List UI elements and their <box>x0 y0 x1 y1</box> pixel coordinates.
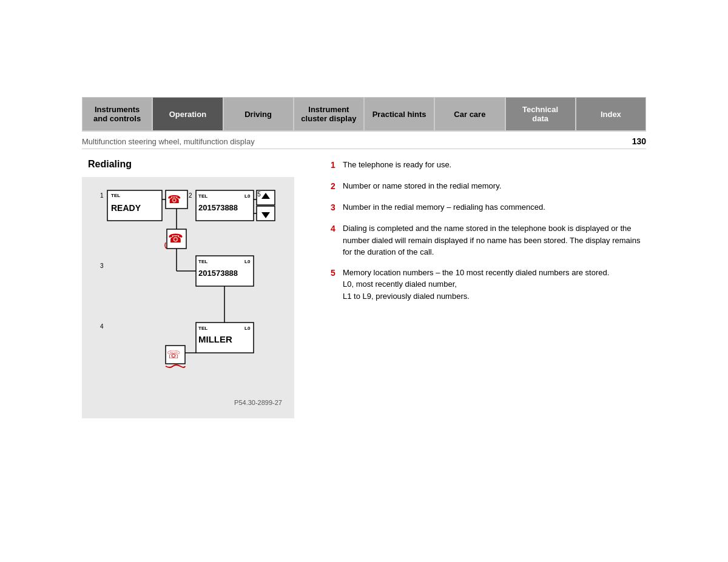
list-item-4: 4 Dialing is completed and the name stor… <box>331 222 646 258</box>
nav-item-index[interactable]: Index <box>576 97 646 131</box>
diagram-svg: 1 TEL READY ☎ 2 TEL L0 201573888 <box>94 189 282 395</box>
nav-label-index: Index <box>601 110 621 119</box>
svg-text:1: 1 <box>100 192 104 199</box>
svg-text:☎: ☎ <box>167 193 181 206</box>
nav-item-practical-hints[interactable]: Practical hints <box>364 97 434 131</box>
svg-text:3: 3 <box>100 263 104 269</box>
list-item-5: 5 Memory location numbers – the 10 most … <box>331 267 646 303</box>
svg-text:TEL: TEL <box>198 259 207 264</box>
section-title: Redialing <box>82 159 312 170</box>
svg-text:5: 5 <box>257 191 261 198</box>
page-header: Multifunction steering wheel, multifunct… <box>82 131 646 149</box>
nav-item-instruments[interactable]: Instruments and controls <box>82 97 152 131</box>
svg-text:201573888: 201573888 <box>198 203 238 212</box>
list-item-2: 2 Number or name stored in the redial me… <box>331 180 646 193</box>
svg-text:201573888: 201573888 <box>198 269 238 278</box>
list-text-1: The telephone is ready for use. <box>343 159 451 172</box>
svg-text:TEL: TEL <box>198 193 207 199</box>
content-area: Redialing 1 TEL READY ☎ 2 TEL <box>82 149 646 418</box>
list-number-2: 2 <box>331 180 343 193</box>
nav-item-operation[interactable]: Operation <box>152 97 223 131</box>
list-text-2: Number or name stored in the redial memo… <box>343 180 501 193</box>
nav-item-car-care[interactable]: Car care <box>434 97 505 131</box>
nav-label-instrument-cluster: Instrument cluster display <box>301 105 356 123</box>
list-number-5: 5 <box>331 267 343 303</box>
list-item-3: 3 Number in the redial memory – redialin… <box>331 201 646 214</box>
list-number-1: 1 <box>331 159 343 172</box>
nav-label-practical-hints: Practical hints <box>372 110 426 119</box>
navigation-bar: Instruments and controls Operation Drivi… <box>82 97 646 131</box>
svg-text:L0: L0 <box>244 259 251 264</box>
list-text-4: Dialing is completed and the name stored… <box>343 222 646 258</box>
svg-text:☎: ☎ <box>168 232 183 245</box>
nav-label-technical-data: Technical data <box>522 105 558 123</box>
svg-text:READY: READY <box>111 203 141 213</box>
nav-label-instruments: Instruments and controls <box>93 105 141 123</box>
svg-text:L0: L0 <box>244 193 251 199</box>
diagram-container: 1 TEL READY ☎ 2 TEL L0 201573888 <box>82 177 294 418</box>
svg-text:2: 2 <box>189 192 192 199</box>
svg-text:TEL: TEL <box>198 326 207 331</box>
svg-text:☏: ☏ <box>167 349 181 361</box>
list-text-3: Number in the redial memory – redialing … <box>343 201 545 214</box>
right-panel: 1 The telephone is ready for use. 2 Numb… <box>312 159 646 418</box>
page-number: 130 <box>632 136 646 146</box>
list-text-5: Memory location numbers – the 10 most re… <box>343 267 609 303</box>
content-list: 1 The telephone is ready for use. 2 Numb… <box>331 159 646 302</box>
list-item-1: 1 The telephone is ready for use. <box>331 159 646 172</box>
nav-item-instrument-cluster[interactable]: Instrument cluster display <box>294 97 364 131</box>
nav-label-operation: Operation <box>169 110 206 119</box>
svg-text:L0: L0 <box>244 326 251 331</box>
nav-label-driving: Driving <box>244 110 272 119</box>
svg-text:4: 4 <box>100 323 104 330</box>
left-panel: Redialing 1 TEL READY ☎ 2 TEL <box>82 159 312 418</box>
svg-text:TEL: TEL <box>111 193 120 198</box>
svg-text:MILLER: MILLER <box>198 334 232 344</box>
list-number-3: 3 <box>331 201 343 214</box>
diagram-caption: P54.30-2899-27 <box>94 399 282 406</box>
nav-label-car-care: Car care <box>454 110 485 119</box>
page-subtitle: Multifunction steering wheel, multifunct… <box>82 137 255 146</box>
nav-item-driving[interactable]: Driving <box>223 97 294 131</box>
nav-item-technical-data[interactable]: Technical data <box>505 97 576 131</box>
list-number-4: 4 <box>331 222 343 258</box>
